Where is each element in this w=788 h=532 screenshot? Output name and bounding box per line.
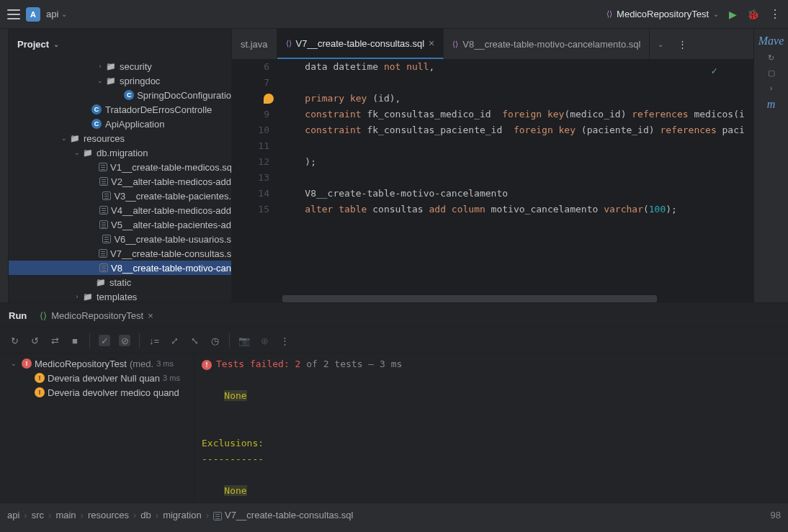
tree-arrow-icon[interactable]: ⌄ <box>9 360 19 367</box>
tab-dropdown-icon[interactable]: ⌄ <box>650 29 671 59</box>
project-dropdown[interactable]: api ⌄ <box>46 9 67 19</box>
breadcrumb-segment[interactable]: V7__create-table-consultas.sql <box>213 510 354 520</box>
chevron-right-icon[interactable]: › <box>770 84 773 92</box>
folder-icon <box>69 132 81 144</box>
breadcrumb-segment[interactable]: src <box>32 510 44 520</box>
sort-icon[interactable]: ↓= <box>148 335 160 346</box>
file-icon <box>213 512 222 520</box>
test-tree-item[interactable]: !Deveria devolver medico quand <box>0 385 194 400</box>
test-status-fail: Tests failed: 2 <box>216 359 300 369</box>
tree-item[interactable]: V8__create-table-motivo-can <box>9 261 231 275</box>
breadcrumb[interactable]: api›src›main›resources›db›migration›V7__… <box>7 510 771 520</box>
chevron-down-icon: ⌄ <box>713 10 719 18</box>
rerun-failed-icon[interactable]: ↺ <box>29 335 40 346</box>
notifications-icon[interactable]: ↻ <box>768 53 774 63</box>
tool-icon[interactable]: ▢ <box>768 68 775 78</box>
test-time: 3 ms <box>163 374 180 382</box>
tree-item[interactable]: ⌄db.migration <box>9 145 231 160</box>
console-output[interactable]: !Tests failed: 2 of 2 tests – 3 ms None … <box>194 353 788 502</box>
file-icon <box>102 191 111 200</box>
tree-item[interactable]: ⌄springdoc <box>9 73 231 88</box>
expand-icon[interactable]: ⤢ <box>169 335 180 346</box>
chevron-down-icon: ⌄ <box>61 10 67 18</box>
close-icon[interactable]: × <box>429 37 434 49</box>
more-icon[interactable]: ⋮ <box>279 335 290 346</box>
tree-item[interactable]: CApiApplication <box>9 117 231 131</box>
tree-arrow-icon[interactable]: › <box>95 63 105 70</box>
tree-label: V6__create-table-usuarios.s <box>114 234 231 245</box>
test-tree-item[interactable]: ⌄!MedicoRepositoryTest (med. 3 ms <box>0 356 194 371</box>
tree-item[interactable]: V1__create-table-medicos.sql <box>9 160 231 174</box>
class-icon: C <box>124 90 134 100</box>
maven-toolwindow-button[interactable]: Mave <box>758 35 784 48</box>
breadcrumb-segment[interactable]: resources <box>88 510 129 520</box>
tree-item[interactable]: V5__alter-table-pacientes-ad <box>9 217 231 232</box>
file-icon <box>99 263 108 272</box>
close-icon[interactable]: × <box>148 310 153 321</box>
tree-label: SpringDocConfiguratio <box>137 90 231 101</box>
tree-label: V2__alter-table-medicos-add <box>111 176 231 187</box>
intention-bulb-icon[interactable] <box>264 94 274 104</box>
inspection-ok-icon[interactable]: ✓ <box>712 65 717 76</box>
test-tree[interactable]: ⌄!MedicoRepositoryTest (med. 3 ms!Deveri… <box>0 353 194 502</box>
test-tree-item[interactable]: !Deveria devolver Null quan 3 ms <box>0 371 194 385</box>
history-icon[interactable]: ◷ <box>209 335 220 346</box>
tab-label: V8__create-table-motivo-cancelamento.sql <box>462 39 640 50</box>
horizontal-scrollbar[interactable] <box>282 295 739 302</box>
console-line: None <box>202 388 781 404</box>
run-button[interactable]: ▶ <box>729 9 737 20</box>
show-passed-icon[interactable]: ✓ <box>99 335 110 346</box>
tree-arrow-icon[interactable]: ⌄ <box>59 135 69 142</box>
tree-item[interactable]: V3__create-table-pacientes. <box>9 189 231 203</box>
console-line: Exclusions: <box>202 436 781 451</box>
editor-tab[interactable]: ⟨⟩V8__create-table-motivo-cancelamento.s… <box>444 29 650 59</box>
stop-icon[interactable]: ■ <box>69 335 81 346</box>
gutter[interactable]: 6789101112131415 <box>232 59 282 302</box>
editor-tab[interactable]: st.java <box>232 29 277 59</box>
main-menu-icon[interactable] <box>7 9 20 19</box>
collapse-icon[interactable]: ⤡ <box>189 335 200 346</box>
tree-label: static <box>109 277 131 288</box>
breadcrumb-segment[interactable]: db <box>140 510 151 520</box>
toggle-auto-icon[interactable]: ⇄ <box>49 335 61 346</box>
show-ignored-icon[interactable]: ⊘ <box>119 335 130 346</box>
code-content[interactable]: data datetime not null, primary key (id)… <box>282 59 753 302</box>
tree-item[interactable]: V6__create-table-usuarios.s <box>9 232 231 246</box>
tree-arrow-icon[interactable]: › <box>72 293 82 300</box>
tree-label: templates <box>97 292 137 302</box>
tree-item[interactable]: V4__alter-table-medicos-add <box>9 203 231 217</box>
file-icon <box>102 235 111 243</box>
left-tool-rail[interactable] <box>0 29 9 302</box>
tree-label: db.migration <box>97 148 148 158</box>
m-icon[interactable]: m <box>767 98 776 111</box>
tree-item[interactable]: ⌄resources <box>9 131 231 145</box>
run-tab[interactable]: Run <box>9 310 27 321</box>
tree-arrow-icon[interactable]: ⌄ <box>72 149 82 156</box>
editor-tab[interactable]: ⟨⟩V7__create-table-consultas.sql× <box>277 29 444 59</box>
run-config-dropdown[interactable]: ⟨⟩ MedicoRepositoryTest ⌄ <box>606 9 719 19</box>
tab-more-icon[interactable]: ⋮ <box>671 29 693 59</box>
tree-item[interactable]: V7__create-table-consultas.s <box>9 246 231 261</box>
test-fail-icon: ! <box>202 360 212 370</box>
project-tree[interactable]: ›security⌄springdocCSpringDocConfigurati… <box>9 59 231 302</box>
more-actions-icon[interactable]: ⋮ <box>769 7 781 21</box>
debug-button[interactable]: 🐞 <box>747 9 759 20</box>
tree-item[interactable]: ›security <box>9 59 231 73</box>
tree-item[interactable]: V2__alter-table-medicos-add <box>9 174 231 189</box>
breadcrumb-segment[interactable]: api <box>7 510 19 520</box>
tree-arrow-icon[interactable]: ⌄ <box>95 77 105 84</box>
tree-item[interactable]: CTratadorDeErrosControlle <box>9 102 231 117</box>
breadcrumb-segment[interactable]: migration <box>163 510 201 520</box>
tree-item[interactable]: static <box>9 275 231 289</box>
breadcrumb-separator-icon: › <box>24 510 27 520</box>
test-run-tab[interactable]: ⟨⟩ MedicoRepositoryTest × <box>40 310 153 321</box>
tree-item[interactable]: ›templates <box>9 289 231 302</box>
breadcrumb-segment[interactable]: main <box>55 510 76 520</box>
tree-item[interactable]: CSpringDocConfiguratio <box>9 88 231 102</box>
project-toolwindow-header[interactable]: Project ⌄ <box>9 29 231 59</box>
right-tool-rail: Mave ↻ ▢ › m <box>753 29 788 302</box>
tree-label: resources <box>84 133 125 144</box>
code-editor[interactable]: ✓ 6789101112131415 data datetime not nul… <box>232 59 753 302</box>
rerun-icon[interactable]: ↻ <box>9 335 20 346</box>
file-icon <box>99 163 107 171</box>
